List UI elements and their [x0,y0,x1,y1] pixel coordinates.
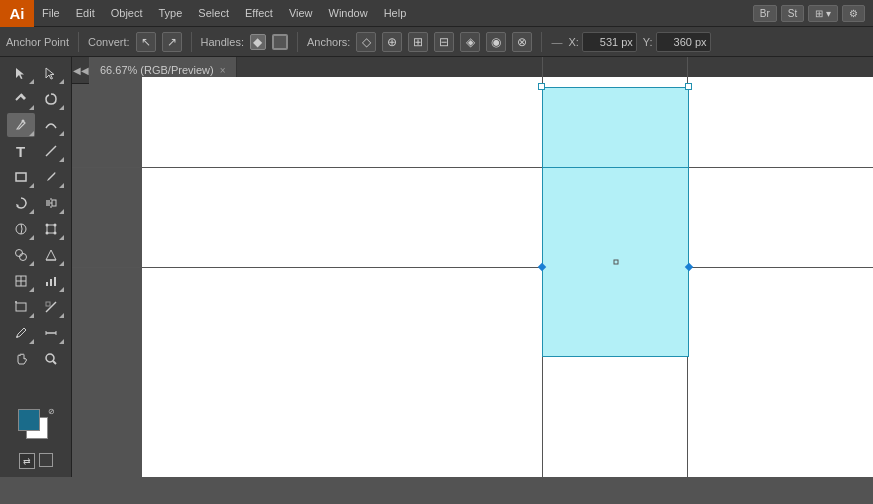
anchor-icon-6[interactable]: ◉ [486,32,506,52]
perspective-grid-tool[interactable] [37,243,65,267]
curvature-tool[interactable] [37,113,65,137]
svg-rect-27 [16,303,26,311]
anchor-icon-2[interactable]: ⊕ [382,32,402,52]
stock-button[interactable]: St [781,5,804,22]
svg-rect-24 [46,282,48,286]
type-tool[interactable]: T [7,139,35,163]
shape-center-dot [614,260,619,265]
change-screen-mode[interactable] [39,453,53,467]
tool-row-5 [2,165,69,189]
divider-4 [541,32,542,52]
svg-rect-6 [16,173,26,181]
menu-edit[interactable]: Edit [68,0,103,26]
hand-tool[interactable] [7,347,35,371]
direct-select-tool[interactable] [37,61,65,85]
reflect-tool[interactable] [37,191,65,215]
zoom-tool[interactable] [37,347,65,371]
slice-tool[interactable] [37,295,65,319]
menu-help[interactable]: Help [376,0,415,26]
tool-row-4: T [2,139,69,163]
swap-colors-icon[interactable]: ⇄ [19,453,35,469]
collapse-panels-button[interactable]: ◀◀ [72,57,90,84]
free-transform-tool[interactable] [37,217,65,241]
handles-label: Handles: [201,36,244,48]
x-input[interactable] [582,32,637,52]
pen-tool[interactable] [7,113,35,137]
artboard-tool[interactable] [7,295,35,319]
svg-marker-0 [16,68,24,79]
search-button[interactable]: ⚙ [842,5,865,22]
select-tool[interactable] [7,61,35,85]
convert-btn-2[interactable]: ↗ [162,32,182,52]
tool-row-9 [2,269,69,293]
rotate-tool[interactable] [7,191,35,215]
svg-point-17 [15,250,22,257]
divider-2 [191,32,192,52]
svg-line-37 [53,361,56,364]
crosshair-h-bottom [72,267,873,268]
rectangle-tool[interactable] [7,165,35,189]
svg-line-30 [46,302,56,312]
svg-rect-26 [54,277,56,286]
svg-rect-8 [46,200,50,206]
svg-point-32 [16,336,18,338]
warp-tool[interactable] [7,217,35,241]
measure-tool[interactable] [37,321,65,345]
app-logo: Ai [0,0,34,27]
shape-builder-tool[interactable] [7,243,35,267]
svg-marker-1 [46,68,54,79]
eyedropper-tool[interactable] [7,321,35,345]
handles-square-icon[interactable] [272,34,288,50]
y-coord-field: Y: [643,32,711,52]
x-label: X: [568,36,578,48]
convert-label: Convert: [88,36,130,48]
chart-tool[interactable] [37,269,65,293]
menu-file[interactable]: File [34,0,68,26]
menu-effect[interactable]: Effect [237,0,281,26]
workspace-switcher[interactable]: ⊞ ▾ [808,5,838,22]
svg-point-36 [46,354,54,362]
svg-point-14 [53,224,56,227]
menu-object[interactable]: Object [103,0,151,26]
fill-swatch[interactable] [18,409,40,431]
anchor-icon-7[interactable]: ⊗ [512,32,532,52]
handle-top-left[interactable] [538,83,545,90]
menu-window[interactable]: Window [321,0,376,26]
svg-rect-25 [50,279,52,286]
menu-select[interactable]: Select [190,0,237,26]
canvas-area[interactable]: ◀◀ 66.67% (RGB/Preview) × [72,57,873,477]
tool-row-7 [2,217,69,241]
menu-view[interactable]: View [281,0,321,26]
tool-row-12 [2,347,69,371]
tool-row-6 [2,191,69,215]
line-tool[interactable] [37,139,65,163]
lasso-tool[interactable] [37,87,65,111]
tool-row-1 [2,61,69,85]
anchor-point-label: Anchor Point [6,36,69,48]
svg-point-15 [45,232,48,235]
divider-1 [78,32,79,52]
anchor-icon-4[interactable]: ⊟ [434,32,454,52]
anchor-icon-5[interactable]: ◈ [460,32,480,52]
bridge-button[interactable]: Br [753,5,777,22]
handle-top-right[interactable] [685,83,692,90]
magic-wand-tool[interactable] [7,87,35,111]
convert-btn-1[interactable]: ↖ [136,32,156,52]
svg-rect-12 [47,225,55,233]
menu-bar: Ai File Edit Object Type Select Effect V… [0,0,873,27]
tab-close-button[interactable]: × [220,65,226,76]
none-swatch[interactable]: ⊘ [48,407,56,415]
menu-type[interactable]: Type [151,0,191,26]
x-dash: — [551,36,562,48]
paintbrush-tool[interactable] [37,165,65,189]
handles-icon[interactable]: ◆ [250,34,266,50]
anchor-icon-1[interactable]: ◇ [356,32,376,52]
y-input[interactable] [656,32,711,52]
mesh-tool[interactable] [7,269,35,293]
bridge-icons: Br St ⊞ ▾ ⚙ [753,5,873,22]
svg-marker-19 [46,250,56,260]
tool-row-11 [2,321,69,345]
anchors-label: Anchors: [307,36,350,48]
main-layout: T [0,57,873,477]
anchor-icon-3[interactable]: ⊞ [408,32,428,52]
